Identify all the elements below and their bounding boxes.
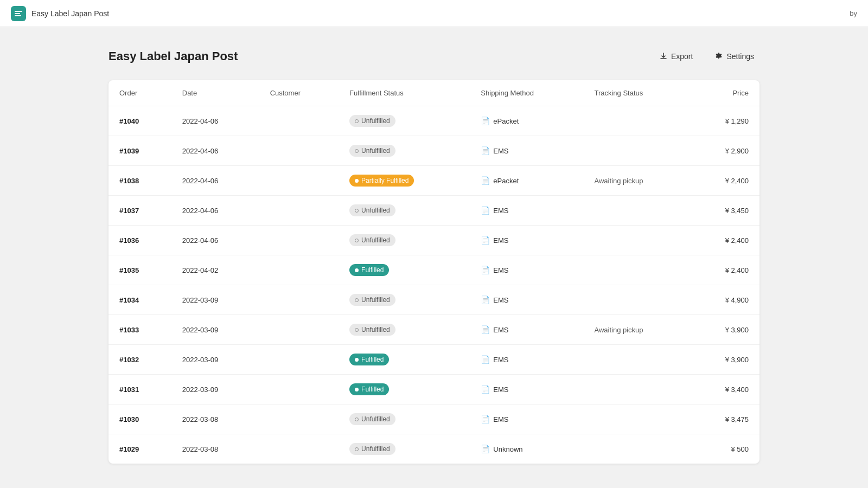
cell-date: 2022-04-02 <box>171 255 259 285</box>
status-badge: Unfulfilled <box>349 443 395 455</box>
cell-order: #1034 <box>108 285 171 315</box>
cell-customer <box>259 136 339 166</box>
col-price: Price <box>691 80 760 106</box>
cell-customer <box>259 196 339 226</box>
status-badge: Unfulfilled <box>349 294 395 306</box>
status-dot <box>355 268 359 272</box>
svg-rect-2 <box>15 15 21 16</box>
gear-icon <box>714 52 723 61</box>
status-badge: Partially Fulfilled <box>349 175 414 187</box>
cell-order: #1032 <box>108 345 171 375</box>
cell-customer <box>259 226 339 255</box>
page-header: Easy Label Japan Post Export Settings <box>108 49 760 64</box>
cell-tracking-status: Awaiting pickup <box>583 315 691 345</box>
cell-tracking-status <box>583 434 691 464</box>
cell-tracking-status: Awaiting pickup <box>583 166 691 196</box>
cell-shipping-method: 📄EMS <box>470 315 583 345</box>
app-icon <box>11 6 26 21</box>
table-row[interactable]: #10372022-04-06Unfulfilled📄EMS¥ 3,450 <box>108 196 760 226</box>
status-badge: Unfulfilled <box>349 204 395 216</box>
cell-customer <box>259 106 339 136</box>
status-badge: Unfulfilled <box>349 413 395 425</box>
cell-date: 2022-03-09 <box>171 285 259 315</box>
col-customer: Customer <box>259 80 339 106</box>
cell-price: ¥ 4,900 <box>691 285 760 315</box>
status-dot <box>355 239 359 242</box>
cell-fulfillment-status: Unfulfilled <box>339 285 470 315</box>
cell-tracking-status <box>583 285 691 315</box>
status-badge: Fulfilled <box>349 354 389 365</box>
cell-shipping-method: 📄ePacket <box>470 106 583 136</box>
table-row[interactable]: #10342022-03-09Unfulfilled📄EMS¥ 4,900 <box>108 285 760 315</box>
cell-shipping-method: 📄EMS <box>470 285 583 315</box>
cell-date: 2022-04-06 <box>171 136 259 166</box>
cell-date: 2022-03-09 <box>171 315 259 345</box>
table-row[interactable]: #10322022-03-09Fulfilled📄EMS¥ 3,900 <box>108 345 760 375</box>
top-bar-right: by <box>850 9 857 17</box>
document-icon: 📄 <box>481 415 490 423</box>
header-actions: Export Settings <box>654 49 760 64</box>
document-icon: 📄 <box>481 355 490 364</box>
cell-customer <box>259 166 339 196</box>
main-content: Easy Label Japan Post Export Settings O <box>0 27 868 485</box>
cell-fulfillment-status: Unfulfilled <box>339 315 470 345</box>
table-row[interactable]: #10302022-03-08Unfulfilled📄EMS¥ 3,475 <box>108 404 760 434</box>
status-dot <box>355 328 359 332</box>
col-order: Order <box>108 80 171 106</box>
cell-date: 2022-03-08 <box>171 434 259 464</box>
col-shipping-method: Shipping Method <box>470 80 583 106</box>
status-dot <box>355 119 359 123</box>
cell-tracking-status <box>583 106 691 136</box>
table-row[interactable]: #10392022-04-06Unfulfilled📄EMS¥ 2,900 <box>108 136 760 166</box>
table-row[interactable]: #10312022-03-09Fulfilled📄EMS¥ 3,400 <box>108 375 760 404</box>
table-row[interactable]: #10332022-03-09Unfulfilled📄EMSAwaiting p… <box>108 315 760 345</box>
status-dot <box>355 418 359 421</box>
table-body: #10402022-04-06Unfulfilled📄ePacket¥ 1,29… <box>108 106 760 464</box>
cell-price: ¥ 2,400 <box>691 226 760 255</box>
cell-tracking-status <box>583 375 691 404</box>
cell-date: 2022-04-06 <box>171 106 259 136</box>
cell-fulfillment-status: Unfulfilled <box>339 136 470 166</box>
cell-order: #1036 <box>108 226 171 255</box>
cell-tracking-status <box>583 196 691 226</box>
document-icon: 📄 <box>481 176 490 185</box>
svg-rect-0 <box>15 11 22 12</box>
cell-fulfillment-status: Fulfilled <box>339 345 470 375</box>
cell-fulfillment-status: Unfulfilled <box>339 226 470 255</box>
cell-date: 2022-04-06 <box>171 196 259 226</box>
cell-customer <box>259 404 339 434</box>
status-dot <box>355 447 359 451</box>
status-dot <box>355 209 359 213</box>
cell-order: #1029 <box>108 434 171 464</box>
cell-fulfillment-status: Unfulfilled <box>339 106 470 136</box>
status-badge: Unfulfilled <box>349 234 395 246</box>
table-row[interactable]: #10382022-04-06Partially Fulfilled📄ePack… <box>108 166 760 196</box>
cell-price: ¥ 2,400 <box>691 166 760 196</box>
table-header: Order Date Customer Fulfillment Status S… <box>108 80 760 106</box>
table-row[interactable]: #10362022-04-06Unfulfilled📄EMS¥ 2,400 <box>108 226 760 255</box>
cell-order: #1038 <box>108 166 171 196</box>
cell-price: ¥ 3,400 <box>691 375 760 404</box>
cell-price: ¥ 1,290 <box>691 106 760 136</box>
cell-customer <box>259 315 339 345</box>
document-icon: 📄 <box>481 445 490 453</box>
svg-rect-1 <box>15 13 20 14</box>
table-row[interactable]: #10292022-03-08Unfulfilled📄Unknown¥ 500 <box>108 434 760 464</box>
top-bar-left: Easy Label Japan Post <box>11 6 109 21</box>
orders-table: Order Date Customer Fulfillment Status S… <box>108 80 760 464</box>
col-fulfillment-status: Fulfillment Status <box>339 80 470 106</box>
cell-shipping-method: 📄ePacket <box>470 166 583 196</box>
cell-tracking-status <box>583 226 691 255</box>
col-tracking-status: Tracking Status <box>583 80 691 106</box>
status-badge: Unfulfilled <box>349 145 395 157</box>
cell-order: #1037 <box>108 196 171 226</box>
cell-date: 2022-03-08 <box>171 404 259 434</box>
settings-button[interactable]: Settings <box>709 49 760 64</box>
cell-order: #1031 <box>108 375 171 404</box>
cell-shipping-method: 📄EMS <box>470 345 583 375</box>
table-row[interactable]: #10352022-04-02Fulfilled📄EMS¥ 2,400 <box>108 255 760 285</box>
table-row[interactable]: #10402022-04-06Unfulfilled📄ePacket¥ 1,29… <box>108 106 760 136</box>
cell-shipping-method: 📄EMS <box>470 404 583 434</box>
export-button[interactable]: Export <box>654 49 698 64</box>
cell-shipping-method: 📄EMS <box>470 255 583 285</box>
